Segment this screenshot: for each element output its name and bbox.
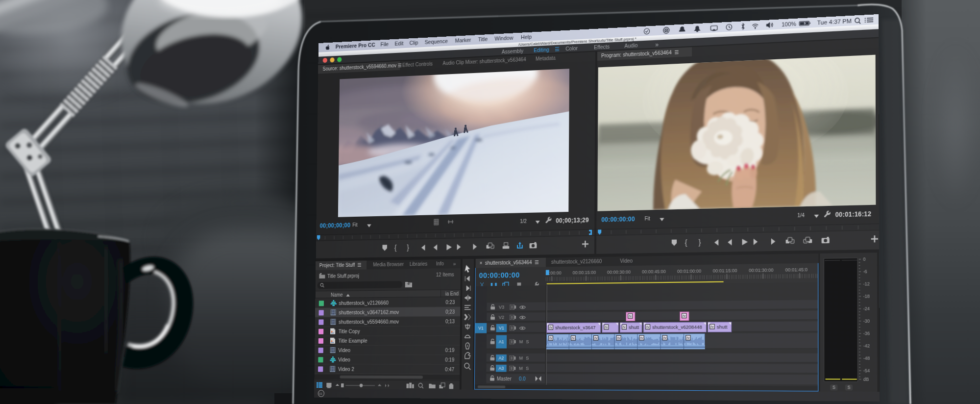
svg-text:-6: -6 xyxy=(863,269,867,275)
svg-text:-12: -12 xyxy=(863,281,869,287)
svg-text:0: 0 xyxy=(863,257,866,262)
svg-text:-18: -18 xyxy=(863,294,870,299)
svg-text:-36: -36 xyxy=(863,331,870,336)
svg-text:{: { xyxy=(685,238,688,247)
svg-text:}: } xyxy=(699,238,702,247)
svg-text:dB: dB xyxy=(863,377,869,382)
svg-text:-30: -30 xyxy=(863,319,870,324)
svg-text:100%: 100% xyxy=(782,21,796,27)
svg-text:-24: -24 xyxy=(863,306,870,311)
svg-text:cc: cc xyxy=(319,391,322,395)
svg-text:-48: -48 xyxy=(863,356,870,361)
svg-text:-54: -54 xyxy=(863,368,870,374)
svg-text:-42: -42 xyxy=(863,343,870,349)
svg-text:}: } xyxy=(407,244,409,252)
svg-text:{: { xyxy=(394,244,397,252)
svg-text:Tue 4:37 PM: Tue 4:37 PM xyxy=(817,18,852,26)
